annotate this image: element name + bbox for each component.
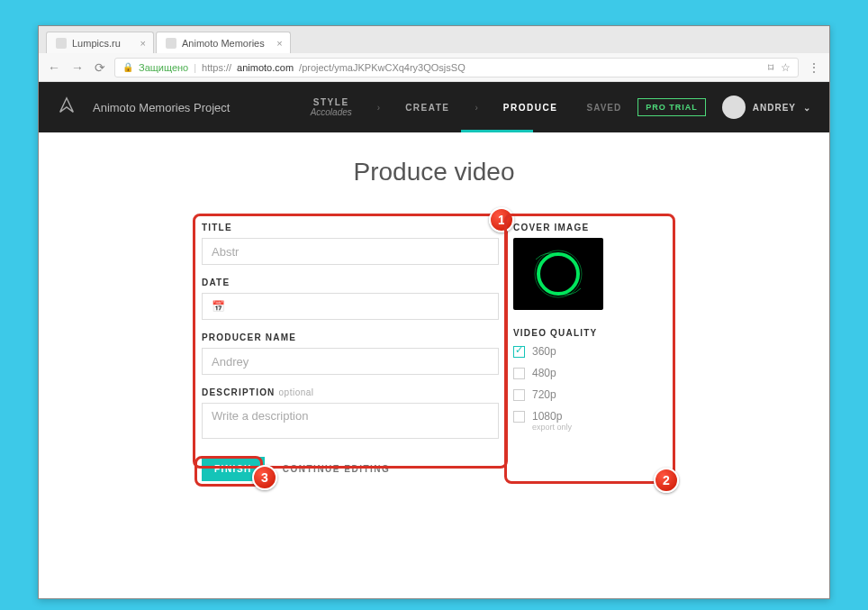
reload-icon[interactable]: ⟳ <box>95 60 105 75</box>
pro-trial-badge[interactable]: PRO TRIAL <box>637 98 706 116</box>
wizard-steps: STYLE Accolades › CREATE › PRODUCE <box>311 97 558 117</box>
side-panel: COVER IMAGE VIDEO QUALITY 360p 480p 720p… <box>513 223 666 481</box>
tab-title: Lumpics.ru <box>72 38 121 49</box>
quality-option-720p[interactable]: 720p <box>513 388 666 401</box>
favicon <box>56 38 67 49</box>
description-label: DESCRIPTION optional <box>202 387 499 397</box>
browser-window: Lumpics.ru × Animoto Memories × ← → ⟳ 🔒 … <box>38 25 830 599</box>
tab-strip: Lumpics.ru × Animoto Memories × <box>39 26 829 53</box>
checkbox-icon <box>513 389 525 401</box>
active-step-indicator <box>461 130 533 132</box>
star-icon[interactable]: ☆ <box>781 61 791 74</box>
form-panel: TITLE Abstr DATE 📅 PRODUCER NAME Andrey … <box>202 223 499 481</box>
description-input[interactable]: Write a description <box>202 403 499 439</box>
secure-label: Защищено <box>139 62 188 73</box>
app-header: Animoto Memories Project STYLE Accolades… <box>39 82 829 132</box>
svg-point-1 <box>535 250 582 297</box>
chevron-down-icon: ⌄ <box>803 103 811 113</box>
page-title: Produce video <box>39 158 829 187</box>
page-content: Produce video TITLE Abstr DATE 📅 PRODUCE… <box>39 132 829 598</box>
project-name: Animoto Memories Project <box>93 101 230 114</box>
menu-icon[interactable]: ⋮ <box>808 60 820 75</box>
forward-icon[interactable]: → <box>71 60 84 75</box>
step-style[interactable]: STYLE Accolades <box>311 97 352 117</box>
quality-option-480p[interactable]: 480p <box>513 367 666 379</box>
checkbox-icon <box>513 411 525 423</box>
annotation-badge-2: 2 <box>654 468 679 493</box>
step-create[interactable]: CREATE <box>405 103 449 113</box>
saved-status: SAVED <box>587 103 622 113</box>
cover-image-label: COVER IMAGE <box>513 223 666 232</box>
chevron-right-icon: › <box>377 103 380 113</box>
url-host: animoto.com <box>237 62 294 73</box>
form-actions: FINISH CONTINUE EDITING <box>202 457 499 481</box>
url-prefix: https:// <box>202 62 231 73</box>
checkbox-icon <box>513 346 525 358</box>
avatar <box>722 96 746 119</box>
user-menu[interactable]: ANDREY ⌄ <box>722 96 811 119</box>
title-input[interactable]: Abstr <box>202 238 499 265</box>
quality-option-1080p[interactable]: 1080pexport only <box>513 410 666 432</box>
quality-option-360p[interactable]: 360p <box>513 345 666 358</box>
url-input[interactable]: 🔒 Защищено | https://animoto.com/project… <box>114 58 799 77</box>
finish-button[interactable]: FINISH <box>202 457 265 481</box>
producer-input[interactable]: Andrey <box>202 348 499 375</box>
svg-point-0 <box>538 254 578 294</box>
lock-icon: 🔒 <box>122 62 133 72</box>
date-input[interactable]: 📅 <box>202 293 499 320</box>
favicon <box>166 38 176 49</box>
chevron-right-icon: › <box>475 103 478 113</box>
close-icon[interactable]: × <box>276 38 282 49</box>
user-name: ANDREY <box>753 103 796 113</box>
url-path: /project/ymaJKPKwCXq4ry3QOsjsSQ <box>299 62 466 73</box>
back-icon[interactable]: ← <box>48 60 60 75</box>
animoto-logo-icon[interactable] <box>57 96 77 119</box>
browser-tab-animoto[interactable]: Animoto Memories × <box>156 32 291 53</box>
close-icon[interactable]: × <box>140 38 146 49</box>
browser-tab-lumpics[interactable]: Lumpics.ru × <box>46 32 154 53</box>
cover-image-thumbnail[interactable] <box>513 238 603 310</box>
address-bar: ← → ⟳ 🔒 Защищено | https://animoto.com/p… <box>39 53 829 82</box>
continue-editing-button[interactable]: CONTINUE EDITING <box>283 464 391 474</box>
title-label: TITLE <box>202 223 499 232</box>
video-quality-label: VIDEO QUALITY <box>513 328 666 338</box>
tab-title: Animoto Memories <box>182 38 265 49</box>
checkbox-icon <box>513 368 525 379</box>
calendar-icon: 📅 <box>212 300 225 313</box>
date-label: DATE <box>202 278 499 287</box>
step-produce[interactable]: PRODUCE <box>503 103 558 113</box>
producer-label: PRODUCER NAME <box>202 332 499 342</box>
translate-icon[interactable]: ⌑ <box>768 61 773 74</box>
